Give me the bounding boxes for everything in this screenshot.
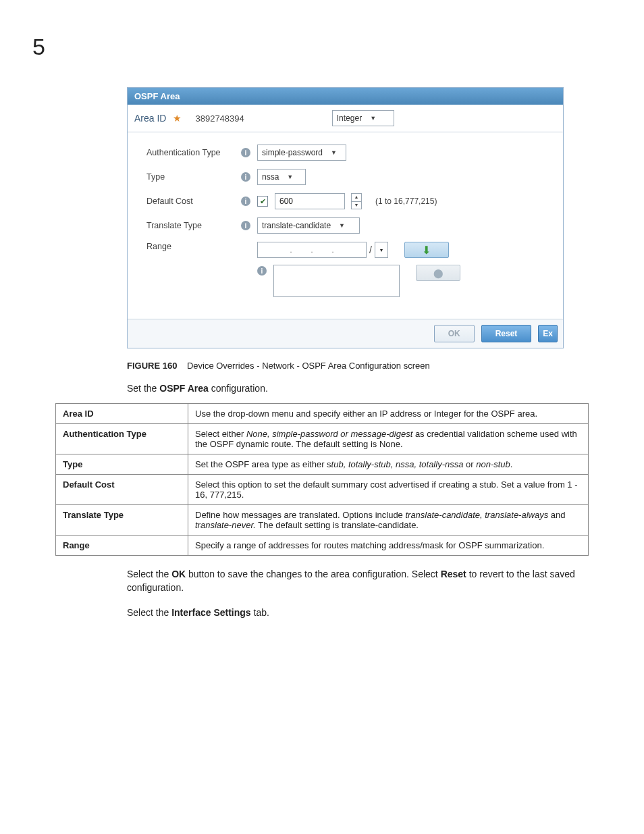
default-cost-hint: (1 to 16,777,215) — [375, 197, 437, 206]
chevron-down-icon: ▼ — [287, 174, 293, 180]
intro-post: configuration. — [209, 383, 268, 394]
info-icon[interactable]: i — [241, 221, 250, 230]
chevron-down-icon: ▼ — [339, 222, 345, 229]
table-key: Area ID — [56, 404, 188, 424]
p1-b1: OK — [171, 569, 186, 579]
panel-title: OSPF Area — [128, 88, 563, 105]
table-row: Translate TypeDefine how messages are tr… — [56, 505, 589, 536]
p2-b1: Interface Settings — [171, 607, 250, 618]
translate-type-select[interactable]: translate-candidate ▼ — [257, 217, 360, 234]
required-star-icon: ★ — [173, 113, 182, 124]
ospf-area-screenshot: OSPF Area Area ID ★ 3892748394 Integer ▼… — [127, 87, 564, 348]
table-value: Use the drop-down menu and specify eithe… — [188, 404, 589, 424]
table-row: Default CostSelect this option to set th… — [56, 475, 589, 505]
area-id-label: Area ID — [134, 113, 166, 124]
p2-pre: Select the — [127, 607, 171, 618]
p2-post: tab. — [251, 607, 269, 618]
table-value: Select either None, simple-password or m… — [188, 424, 589, 454]
info-icon[interactable]: i — [241, 148, 250, 157]
minus-icon: ⬤ — [433, 268, 444, 278]
table-row: Authentication TypeSelect either None, s… — [56, 424, 589, 454]
figure-caption: Device Overrides - Network - OSPF Area C… — [187, 361, 430, 371]
description-table: Area IDUse the drop-down menu and specif… — [55, 403, 589, 556]
slash-separator: / — [369, 244, 372, 255]
type-label: Type — [146, 172, 234, 182]
range-list[interactable] — [273, 265, 400, 297]
info-icon[interactable]: i — [241, 172, 250, 182]
chevron-down-icon: ▼ — [331, 149, 337, 156]
area-id-type-select[interactable]: Integer ▼ — [332, 110, 394, 126]
table-value: Define how messages are translated. Opti… — [188, 505, 589, 536]
type-value: nssa — [262, 172, 279, 182]
table-key: Default Cost — [56, 475, 188, 505]
range-mask-select[interactable]: ▾ — [375, 242, 388, 258]
default-cost-value: 600 — [279, 197, 293, 206]
table-key: Translate Type — [56, 505, 188, 536]
p1-pre: Select the — [127, 569, 171, 579]
table-key: Type — [56, 454, 188, 475]
intro-pre: Set the — [127, 383, 159, 394]
table-value: Select this option to set the default su… — [188, 475, 589, 505]
table-value: Specify a range of addresses for routes … — [188, 536, 589, 556]
type-select[interactable]: nssa ▼ — [257, 169, 306, 185]
reset-button[interactable]: Reset — [481, 325, 532, 342]
info-icon[interactable]: i — [257, 266, 267, 276]
ex-button[interactable]: Ex — [538, 325, 558, 342]
range-label: Range — [146, 242, 234, 251]
table-key: Authentication Type — [56, 424, 188, 454]
default-cost-input[interactable]: 600 — [275, 193, 345, 209]
chapter-number: 5 — [32, 34, 612, 60]
p1-mid: button to save the changes to the area c… — [186, 569, 440, 579]
intro-bold: OSPF Area — [159, 383, 209, 394]
table-key: Range — [56, 536, 188, 556]
ok-button[interactable]: OK — [434, 325, 475, 342]
default-cost-label: Default Cost — [146, 197, 234, 206]
table-row: Area IDUse the drop-down menu and specif… — [56, 404, 589, 424]
info-icon[interactable]: i — [241, 197, 250, 206]
area-id-type-value: Integer — [337, 113, 362, 123]
table-row: TypeSet the OSPF area type as either stu… — [56, 454, 589, 475]
chevron-down-icon: ▼ — [370, 115, 376, 122]
translate-type-value: translate-candidate — [262, 221, 331, 230]
figure-number: FIGURE 160 — [127, 361, 177, 371]
default-cost-checkbox[interactable]: ✔ — [257, 196, 268, 207]
table-value: Set the OSPF area type as either stub, t… — [188, 454, 589, 475]
area-id-value: 3892748394 — [195, 113, 244, 124]
default-cost-spinner[interactable]: ▲▼ — [351, 193, 362, 209]
plus-icon: ⬇ — [422, 244, 431, 257]
p1-b2: Reset — [441, 569, 466, 579]
auth-type-value: simple-password — [262, 148, 323, 157]
translate-type-label: Translate Type — [146, 221, 234, 230]
range-delete-button[interactable]: ⬤ — [416, 265, 460, 281]
table-row: RangeSpecify a range of addresses for ro… — [56, 536, 589, 556]
range-add-button[interactable]: ⬇ — [404, 242, 449, 258]
range-ip-input[interactable]: ... — [257, 242, 367, 258]
auth-type-label: Authentication Type — [146, 148, 234, 157]
auth-type-select[interactable]: simple-password ▼ — [257, 145, 346, 161]
